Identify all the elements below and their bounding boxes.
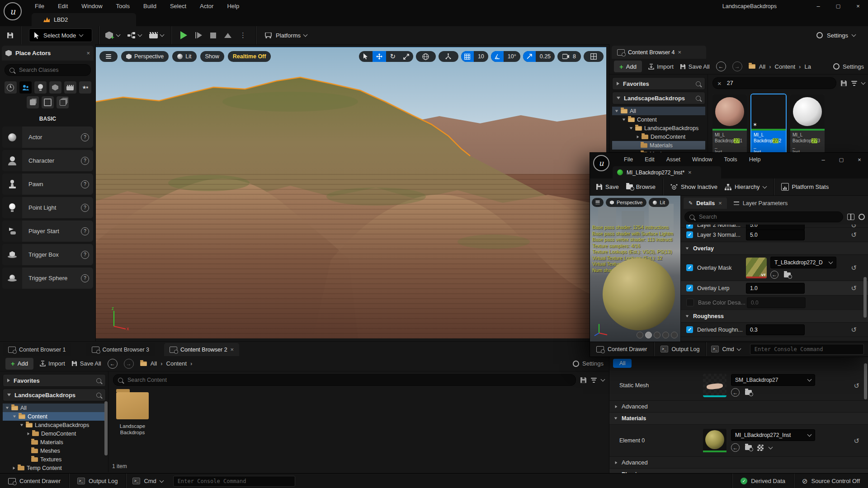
derived-roughness-value-field[interactable]: 0.3 [746, 324, 805, 335]
advanced-expander[interactable]: Advanced [609, 401, 868, 413]
asset-tile-mi-lbackdrop273[interactable]: MI_L Backdrop273_ Inst [790, 94, 825, 158]
restore-button[interactable]: ▢ [828, 3, 848, 9]
roughness-section-header[interactable]: Roughness [681, 310, 868, 323]
help-icon[interactable]: ? [81, 204, 89, 212]
save-all-button[interactable]: Save All [71, 360, 101, 367]
search-icon[interactable] [696, 96, 701, 101]
category-vfx-icon[interactable]: ★★ [79, 81, 91, 94]
hierarchy-dropdown[interactable]: Hierarchy [725, 183, 766, 190]
tree-item-democontent[interactable]: DemoContent [612, 132, 705, 141]
mat-details-scrollbar[interactable] [863, 277, 867, 318]
preview-shape-cylinder[interactable] [637, 332, 643, 338]
save-search-icon[interactable] [580, 377, 586, 383]
mat-menu-help[interactable]: Help [743, 156, 767, 163]
select-tool[interactable] [359, 51, 373, 62]
minimize-button[interactable]: – [808, 3, 828, 9]
mat-cmd-dropdown[interactable]: >_ Cmd [706, 342, 745, 356]
close-button[interactable]: × [848, 3, 868, 9]
content-browser-3-tab[interactable]: Content Browser 3 [86, 343, 155, 356]
mat-menu-asset[interactable]: Asset [660, 156, 686, 163]
surface-snapping[interactable] [439, 51, 458, 62]
stop-button[interactable] [210, 33, 216, 38]
blueprints-dropdown[interactable] [127, 32, 142, 38]
tree-item-all[interactable]: All [3, 404, 106, 412]
level-tab[interactable]: LBD2 [32, 13, 136, 26]
place-actor-item-player-start[interactable]: Player Start ? [2, 221, 93, 242]
realtime-off-badge[interactable]: Realtime Off [228, 51, 271, 62]
viewport-lit-dropdown[interactable]: Lit [172, 51, 196, 62]
use-selected-icon[interactable]: ← [770, 271, 778, 279]
save-all-button[interactable]: Save All [680, 63, 710, 70]
breadcrumb-last[interactable]: La [804, 63, 811, 70]
menu-file[interactable]: File [28, 3, 51, 9]
details-filter-all-button[interactable]: All [613, 359, 632, 368]
place-actor-item-point-light[interactable]: Point Light ? [2, 197, 93, 218]
reset-icon[interactable]: ↺ [851, 264, 857, 271]
cb4-filter-input[interactable]: × [712, 77, 836, 89]
back-button[interactable]: ← [108, 359, 118, 369]
place-actor-item-character[interactable]: Character ? [2, 150, 93, 171]
help-icon[interactable]: ? [81, 180, 89, 188]
overlay-lerp-checkbox[interactable]: ✓ [686, 285, 693, 291]
eject-button[interactable] [224, 33, 231, 38]
browse-to-asset-icon[interactable] [745, 390, 752, 395]
add-actor-dropdown[interactable]: + [105, 30, 120, 41]
grid-snap-toggle[interactable] [461, 51, 474, 62]
close-panel-icon[interactable]: × [86, 50, 90, 56]
level-viewport[interactable]: Perspective Lit Show Realtime Off ↻ [96, 47, 606, 338]
angle-snap-toggle[interactable] [491, 51, 504, 62]
base-color-checkbox[interactable] [686, 299, 694, 306]
reset-icon[interactable]: ↺ [851, 231, 857, 238]
help-icon[interactable]: ? [81, 157, 89, 165]
details-tab[interactable]: ✎ Details × [684, 197, 727, 209]
favorites-bar[interactable]: Favorites [3, 374, 106, 387]
asset-tile-mi-lbackdrop272[interactable]: ✶ MI_L Backdrop272_ Inst [751, 94, 786, 158]
preview-shape-custom[interactable] [671, 332, 678, 338]
tree-item-democontent[interactable]: DemoContent [3, 429, 106, 438]
category-cinematic-icon[interactable] [64, 81, 76, 94]
reset-icon[interactable]: ↺ [851, 225, 857, 229]
mat-maximize-button[interactable]: ▢ [832, 157, 850, 163]
viewport-show-dropdown[interactable]: Show [200, 51, 224, 62]
editor-settings-dropdown[interactable]: Settings [816, 32, 855, 39]
move-tool[interactable] [373, 51, 386, 62]
play-button[interactable] [180, 31, 187, 39]
element0-thumbnail[interactable] [703, 429, 726, 452]
preview-options-menu[interactable] [592, 198, 604, 207]
browse-to-asset-icon[interactable] [784, 272, 791, 277]
details-scrollbar[interactable] [864, 363, 867, 399]
frame-skip-button[interactable] [195, 32, 203, 38]
grid-snap-value[interactable]: 10 [474, 53, 488, 60]
menu-select[interactable]: Select [163, 3, 193, 9]
tree-item-meshes[interactable]: Meshes [3, 446, 106, 455]
menu-build[interactable]: Build [137, 3, 163, 9]
material-preview-viewport[interactable]: Perspective Lit Base pass shader: 1254 i… [590, 196, 681, 342]
layer3-checkbox[interactable]: ✓ [686, 231, 693, 238]
category-volumes-icon[interactable] [42, 96, 54, 108]
show-inactive-button[interactable]: Show Inactive [670, 183, 717, 190]
platform-stats-button[interactable]: Platform Stats [781, 183, 829, 191]
preview-perspective-dropdown[interactable]: Perspective [606, 198, 646, 207]
content-browser-1-tab[interactable]: Content Browser 1 [3, 343, 71, 356]
menu-edit[interactable]: Edit [51, 3, 75, 9]
cinematics-dropdown[interactable] [149, 32, 164, 38]
preview-lit-dropdown[interactable]: Lit [649, 198, 669, 207]
breadcrumb-content[interactable]: Content [775, 63, 796, 70]
close-tab-icon[interactable]: × [678, 49, 682, 56]
category-all-classes-icon[interactable] [57, 96, 69, 108]
filter-icon[interactable] [851, 81, 857, 86]
tree-item-content[interactable]: Content [612, 115, 705, 124]
category-geometry-icon[interactable] [27, 96, 39, 108]
close-tab-icon[interactable]: × [231, 346, 234, 353]
help-icon[interactable]: ? [81, 274, 89, 282]
place-actor-item-trigger-box[interactable]: Trigger Box ? [2, 244, 93, 265]
tree-item-temp-content[interactable]: Temp Content [3, 464, 106, 472]
collection-bar[interactable]: LandscapeBackdrops [612, 92, 705, 104]
platforms-dropdown[interactable]: Platforms [264, 32, 307, 39]
search-classes-input[interactable] [5, 64, 91, 76]
close-tab-icon[interactable]: × [688, 169, 692, 176]
materials-section-header[interactable]: Materials [609, 413, 868, 425]
cmd-dropdown[interactable]: >_ Cmd [126, 474, 169, 488]
place-actor-item-pawn[interactable]: Pawn ? [2, 174, 93, 195]
category-recent-icon[interactable] [5, 81, 17, 94]
